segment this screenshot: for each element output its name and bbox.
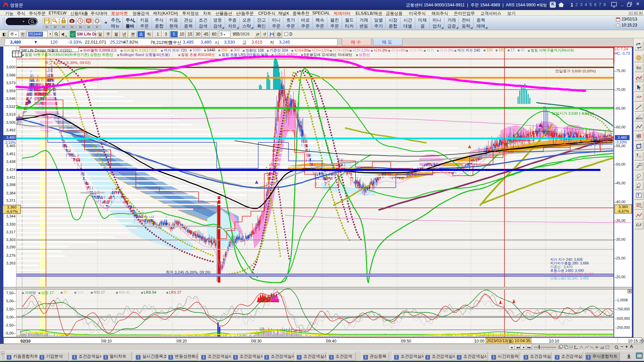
- svg-text:T: T: [636, 153, 639, 157]
- svg-text:T: T: [637, 193, 639, 197]
- svg-text:HCL: HCL: [640, 206, 642, 208]
- svg-text:AUTO: AUTO: [636, 117, 642, 120]
- svg-text:ALL: ALL: [636, 186, 640, 188]
- svg-text:1: 1: [640, 163, 641, 166]
